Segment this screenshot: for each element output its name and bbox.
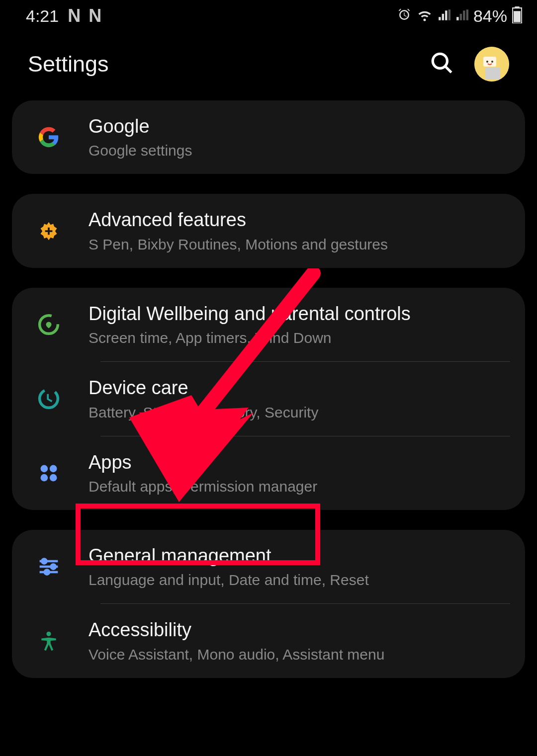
item-text: General management Language and input, D… <box>89 544 515 589</box>
item-text: Google Google settings <box>89 114 515 160</box>
svg-rect-2 <box>514 11 521 22</box>
svg-point-3 <box>433 54 447 68</box>
item-subtitle: Google settings <box>89 141 515 160</box>
item-title: Device care <box>89 376 515 400</box>
svg-point-17 <box>42 559 46 564</box>
signal-icon-1 <box>438 8 450 23</box>
gear-plus-icon <box>37 219 61 243</box>
settings-item-general[interactable]: General management Language and input, D… <box>12 530 525 603</box>
status-time: 4:21 <box>26 6 59 26</box>
item-text: Device care Battery, Storage, Memory, Se… <box>89 376 515 421</box>
item-text: Apps Default apps, Permission manager <box>89 450 515 496</box>
settings-item-accessibility[interactable]: Accessibility Voice Assistant, Mono audi… <box>12 604 525 677</box>
google-icon <box>37 125 61 149</box>
apps-icon <box>37 461 61 485</box>
svg-line-4 <box>445 66 451 73</box>
item-title: Apps <box>89 450 515 475</box>
svg-point-12 <box>41 465 48 472</box>
sliders-icon <box>37 555 61 579</box>
signal-icon-2 <box>455 8 468 23</box>
settings-list: Google Google settings Advanced features… <box>0 100 537 678</box>
item-title: Accessibility <box>89 618 515 642</box>
avatar[interactable] <box>474 47 509 82</box>
accessibility-icon <box>37 629 61 653</box>
item-subtitle: Screen time, App timers, Wind Down <box>89 328 515 347</box>
device-care-icon <box>37 387 61 411</box>
settings-item-wellbeing[interactable]: Digital Wellbeing and parental controls … <box>12 288 525 361</box>
settings-group: General management Language and input, D… <box>12 530 525 678</box>
header-actions <box>430 47 509 82</box>
battery-percent: 84% <box>473 6 507 26</box>
svg-point-8 <box>491 61 493 63</box>
notification-icon-n1: N <box>68 5 80 26</box>
wellbeing-icon <box>37 313 61 336</box>
item-title: General management <box>89 544 515 568</box>
svg-point-22 <box>46 631 51 636</box>
svg-point-13 <box>50 465 57 472</box>
svg-rect-9 <box>485 68 500 80</box>
settings-group: Google Google settings <box>12 100 525 174</box>
alarm-icon <box>397 7 412 24</box>
svg-point-14 <box>41 474 48 482</box>
svg-point-19 <box>51 565 56 569</box>
item-text: Advanced features S Pen, Bixby Routines,… <box>89 208 515 253</box>
settings-group: Digital Wellbeing and parental controls … <box>12 288 525 510</box>
settings-item-google[interactable]: Google Google settings <box>12 100 525 174</box>
page-header: Settings <box>0 31 537 100</box>
settings-item-devicecare[interactable]: Device care Battery, Storage, Memory, Se… <box>12 362 525 435</box>
item-text: Accessibility Voice Assistant, Mono audi… <box>89 618 515 664</box>
status-bar: 4:21 N N 84% <box>0 0 537 31</box>
item-subtitle: Default apps, Permission manager <box>89 477 515 496</box>
item-text: Digital Wellbeing and parental controls … <box>89 302 515 347</box>
notification-icon-n2: N <box>89 5 100 26</box>
svg-point-15 <box>50 474 57 482</box>
item-subtitle: Voice Assistant, Mono audio, Assistant m… <box>89 645 515 664</box>
item-title: Advanced features <box>89 208 515 232</box>
item-title: Google <box>89 114 515 139</box>
item-subtitle: S Pen, Bixby Routines, Motions and gestu… <box>89 235 515 254</box>
svg-point-21 <box>45 570 49 575</box>
page-title: Settings <box>28 51 109 77</box>
svg-point-7 <box>486 61 488 63</box>
wifi-icon <box>417 7 433 24</box>
battery-icon <box>512 6 522 25</box>
settings-item-advanced[interactable]: Advanced features S Pen, Bixby Routines,… <box>12 194 525 267</box>
item-subtitle: Language and input, Date and time, Reset <box>89 570 515 589</box>
status-right: 84% <box>397 6 522 26</box>
item-subtitle: Battery, Storage, Memory, Security <box>89 403 515 422</box>
item-title: Digital Wellbeing and parental controls <box>89 302 515 326</box>
search-icon[interactable] <box>430 51 454 78</box>
settings-item-apps[interactable]: Apps Default apps, Permission manager <box>12 436 525 510</box>
status-left: 4:21 N N <box>26 5 100 26</box>
settings-group: Advanced features S Pen, Bixby Routines,… <box>12 194 525 267</box>
